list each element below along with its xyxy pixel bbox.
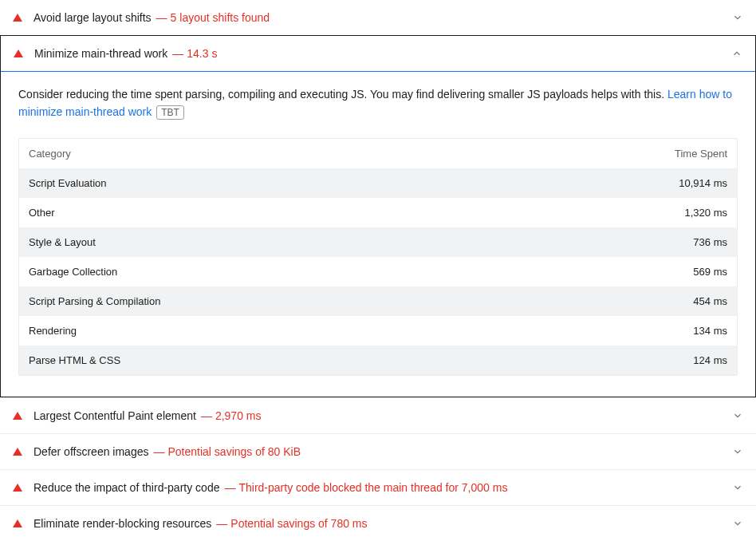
cell-category: Script Parsing & Compilation [29,295,656,307]
header-category: Category [29,148,656,160]
chevron-down-icon [732,446,743,457]
audit-value: 5 layout shifts found [171,11,270,24]
tbt-badge: TBT [156,105,184,120]
audit-description: Consider reducing the time spent parsing… [18,86,738,120]
audit-title: Largest Contentful Paint element [33,409,196,422]
audit-title: Minimize main-thread work [34,47,167,60]
chevron-down-icon [732,12,743,23]
audit-value: Third-party code blocked the main thread… [238,481,507,494]
table-row: Other 1,320 ms [19,198,737,227]
table-row: Parse HTML & CSS 124 ms [19,346,737,375]
cell-category: Parse HTML & CSS [29,354,656,366]
cell-category: Garbage Collection [29,266,656,278]
cell-category: Style & Layout [29,236,656,248]
audit-title: Defer offscreen images [33,445,148,458]
audit-details: Consider reducing the time spent parsing… [1,72,755,397]
audit-title: Reduce the impact of third-party code [33,481,219,494]
audit-row-render-blocking[interactable]: Eliminate render-blocking resources — Po… [0,505,756,541]
table-row: Script Parsing & Compilation 454 ms [19,286,737,316]
header-time: Time Spent [656,148,727,160]
cell-category: Rendering [29,325,656,337]
warning-triangle-icon [13,412,22,420]
audit-row-third-party[interactable]: Reduce the impact of third-party code — … [0,469,756,505]
cell-category: Script Evaluation [29,177,656,189]
separator-dash: — [156,11,167,24]
audit-title: Avoid large layout shifts [33,11,152,24]
table-row: Script Evaluation 10,914 ms [19,168,737,198]
cell-time: 10,914 ms [656,177,727,189]
audit-row-avoid-layout-shifts[interactable]: Avoid large layout shifts — 5 layout shi… [0,0,756,35]
cell-time: 134 ms [656,325,727,337]
cell-category: Other [29,207,656,219]
chevron-down-icon [732,410,743,421]
separator-dash: — [224,481,235,494]
cell-time: 736 ms [656,236,727,248]
chevron-up-icon [731,48,742,59]
cell-time: 124 ms [656,354,727,366]
warning-triangle-icon [13,519,22,527]
chevron-down-icon [732,482,743,493]
audit-value: Potential savings of 780 ms [230,517,367,530]
table-row: Rendering 134 ms [19,316,737,346]
separator-dash: — [216,517,227,530]
table-row: Garbage Collection 569 ms [19,257,737,286]
chevron-down-icon [732,518,743,529]
cell-time: 569 ms [656,266,727,278]
audit-description-text: Consider reducing the time spent parsing… [18,88,667,101]
cell-time: 454 ms [656,295,727,307]
audit-title: Eliminate render-blocking resources [33,517,211,530]
audit-row-defer-offscreen[interactable]: Defer offscreen images — Potential savin… [0,433,756,469]
warning-triangle-icon [14,49,23,57]
warning-triangle-icon [13,484,22,492]
warning-triangle-icon [13,448,22,456]
category-table: Category Time Spent Script Evaluation 10… [18,138,738,376]
separator-dash: — [201,409,212,422]
audit-value: 14.3 s [187,47,217,60]
warning-triangle-icon [13,14,22,22]
cell-time: 1,320 ms [656,207,727,219]
table-header: Category Time Spent [19,139,737,168]
separator-dash: — [153,445,164,458]
separator-dash: — [172,47,183,60]
table-row: Style & Layout 736 ms [19,227,737,257]
audit-value: 2,970 ms [215,409,262,422]
audit-row-minimize-main-thread[interactable]: Minimize main-thread work — 14.3 s [1,36,755,72]
audit-expanded-minimize-main-thread: Minimize main-thread work — 14.3 s Consi… [0,35,756,397]
audit-row-lcp-element[interactable]: Largest Contentful Paint element — 2,970… [0,397,756,433]
audit-value: Potential savings of 80 KiB [167,445,301,458]
